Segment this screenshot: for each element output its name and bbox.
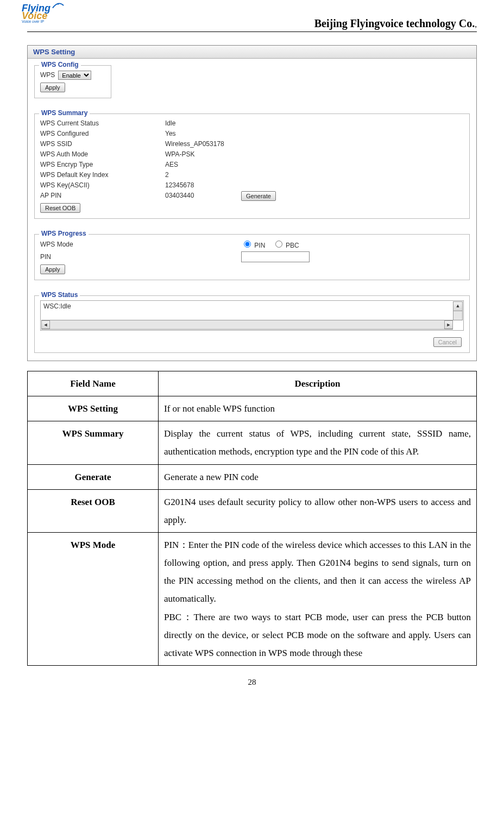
description-cell: If or not enable WPS function xyxy=(159,396,477,421)
summary-label: WPS SSID xyxy=(40,139,165,149)
wps-progress-legend: WPS Progress xyxy=(39,230,89,237)
table-header-row: Field Name Description xyxy=(28,371,477,396)
svg-point-0 xyxy=(58,3,59,5)
status-text: WSC:Idle xyxy=(43,302,71,310)
field-name-cell: WPS Summary xyxy=(28,421,159,464)
summary-label: WPS Configured xyxy=(40,129,165,139)
reset-oob-button[interactable]: Reset OOB xyxy=(40,203,80,213)
wps-mode-pin-radio[interactable] xyxy=(244,241,251,248)
company-name: Beijing Flyingvoice technology Co., xyxy=(314,17,477,30)
summary-label: AP PIN xyxy=(40,191,165,201)
col-field-name: Field Name xyxy=(28,371,159,396)
scroll-up-icon[interactable]: ▲ xyxy=(453,301,463,311)
summary-label: WPS Default Key Index xyxy=(40,170,165,180)
scrollbar[interactable] xyxy=(453,311,463,320)
summary-label: WPS Auth Mode xyxy=(40,149,165,160)
wps-config-fieldset: WPS Config WPS Enable Apply xyxy=(34,65,111,98)
summary-value: AES xyxy=(165,160,178,170)
table-row: WPS Summary Display the current status o… xyxy=(28,421,477,464)
hscrollbar[interactable]: ◄ ► xyxy=(41,320,453,330)
field-name-cell: Generate xyxy=(28,464,159,489)
wps-enable-select[interactable]: Enable xyxy=(58,71,91,80)
generate-button[interactable]: Generate xyxy=(241,191,276,201)
wps-mode-pin-option[interactable]: PIN xyxy=(241,242,265,249)
summary-value: Idle xyxy=(165,118,175,129)
wps-status-legend: WPS Status xyxy=(39,291,80,299)
summary-label: WPS Key(ASCII) xyxy=(40,180,165,191)
pin-label: PIN xyxy=(40,253,241,261)
wps-status-fieldset: WPS Status WSC:Idle ▲ ◄ ► Cancel xyxy=(34,295,470,353)
logo-text-bottom: Voice xyxy=(22,12,51,20)
page-number: 28 xyxy=(27,678,477,687)
status-textarea: WSC:Idle ▲ ◄ ► xyxy=(40,300,464,331)
pin-input[interactable] xyxy=(241,251,310,262)
table-row: Reset OOB G201N4 uses default security p… xyxy=(28,489,477,532)
wps-config-apply-button[interactable]: Apply xyxy=(40,83,65,92)
cancel-button[interactable]: Cancel xyxy=(433,337,462,347)
summary-value: 2 xyxy=(165,170,169,180)
table-row: WPS Mode PIN：Enter the PIN code of the w… xyxy=(28,532,477,665)
wps-mode-pbc-option[interactable]: PBC xyxy=(273,242,299,249)
wps-mode-label: WPS Mode xyxy=(40,241,241,248)
wps-progress-apply-button[interactable]: Apply xyxy=(40,264,65,274)
wps-config-legend: WPS Config xyxy=(39,61,81,68)
field-name-cell: WPS Mode xyxy=(28,532,159,665)
table-row: WPS Setting If or not enable WPS functio… xyxy=(28,396,477,421)
scroll-right-icon[interactable]: ► xyxy=(444,320,453,329)
panel-title: WPS Setting xyxy=(28,46,476,59)
description-table: Field Name Description WPS Setting If or… xyxy=(27,371,477,666)
table-row: Generate Generate a new PIN code xyxy=(28,464,477,489)
wps-summary-legend: WPS Summary xyxy=(39,109,90,117)
summary-label: WPS Current Status xyxy=(40,118,165,129)
summary-value: 12345678 xyxy=(165,180,194,191)
wps-summary-fieldset: WPS Summary WPS Current StatusIdle WPS C… xyxy=(34,113,470,219)
field-name-cell: Reset OOB xyxy=(28,489,159,532)
summary-value: 03403440 xyxy=(165,191,236,201)
description-cell: Display the current status of WPS, inclu… xyxy=(159,421,477,464)
summary-value: Yes xyxy=(165,129,176,139)
wps-progress-fieldset: WPS Progress WPS Mode PIN PBC PIN Apply xyxy=(34,234,470,280)
wps-screenshot: WPS Setting WPS Config WPS Enable Apply … xyxy=(27,45,477,361)
description-cell: Generate a new PIN code xyxy=(159,464,477,489)
field-name-cell: WPS Setting xyxy=(28,396,159,421)
wps-mode-pbc-radio[interactable] xyxy=(275,241,282,248)
description-cell: G201N4 uses default security policy to a… xyxy=(159,489,477,532)
summary-value: WPA-PSK xyxy=(165,149,194,160)
logo: Flying Voice Voice over IP xyxy=(22,4,51,23)
col-description: Description xyxy=(159,371,477,396)
wps-label: WPS xyxy=(40,70,55,80)
summary-value: Wireless_AP053178 xyxy=(165,139,224,149)
summary-label: WPS Encryp Type xyxy=(40,160,165,170)
scroll-left-icon[interactable]: ◄ xyxy=(41,320,50,329)
page-header: Flying Voice Voice over IP Beijing Flyin… xyxy=(27,5,477,32)
description-cell: PIN：Enter the PIN code of the wireless d… xyxy=(159,532,477,665)
